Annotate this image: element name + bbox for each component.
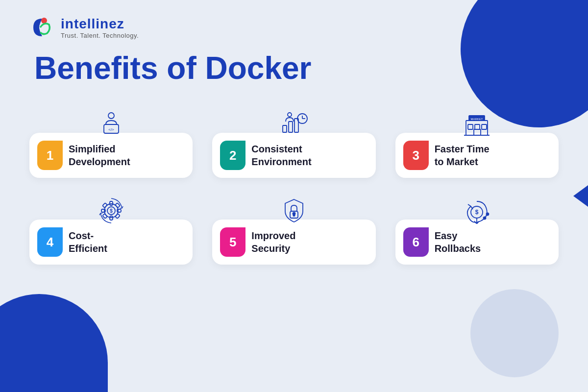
svg-rect-29	[115, 203, 120, 208]
label-1: Simplified Development	[69, 143, 130, 168]
icon-environment	[280, 111, 308, 139]
benefit-card-2: 2 Consistent Environment	[212, 133, 375, 178]
benefit-inner-1: 1 Simplified Development	[37, 141, 183, 170]
logo-tagline: Trust. Talent. Technology.	[61, 32, 139, 39]
svg-text:MARKET: MARKET	[471, 118, 483, 121]
svg-point-1	[108, 113, 114, 119]
logo-name: intellinez	[61, 16, 139, 32]
benefit-card-4: $ 4 Cost- Efficient	[29, 220, 193, 265]
svg-text:$: $	[110, 208, 113, 214]
label-4: Cost- Efficient	[69, 229, 107, 255]
logo-icon	[29, 15, 55, 40]
badge-2: 2	[220, 141, 245, 170]
svg-point-38	[487, 213, 489, 216]
svg-rect-17	[482, 124, 487, 129]
icon-developer: </>	[98, 111, 124, 139]
icon-market: MARKET	[462, 111, 491, 139]
benefits-grid: </> 1 Simplified Development	[29, 106, 559, 265]
svg-rect-23	[110, 216, 113, 220]
badge-5: 5	[220, 227, 245, 257]
badge-3: 3	[403, 141, 429, 170]
svg-rect-33	[293, 214, 294, 216]
benefit-card-5: 5 Improved Security	[212, 220, 375, 265]
logo-area: intellinez Trust. Talent. Technology.	[29, 15, 559, 40]
svg-rect-26	[102, 203, 107, 208]
bg-decoration-bottom-left	[0, 294, 108, 392]
svg-point-10	[288, 113, 292, 117]
main-title: Benefits of Docker	[34, 50, 559, 86]
benefit-card-3: MARKET 3 Faster Time to Market	[395, 133, 559, 178]
svg-rect-4	[283, 125, 287, 132]
svg-point-0	[41, 18, 47, 24]
svg-rect-22	[110, 201, 113, 205]
label-3: Faster Time to Market	[435, 143, 490, 168]
logo-text: intellinez Trust. Talent. Technology.	[61, 16, 139, 39]
svg-rect-5	[289, 122, 293, 132]
benefit-inner-3: 3 Faster Time to Market	[403, 141, 549, 170]
icon-security	[281, 197, 307, 226]
label-6: Easy Rollbacks	[435, 229, 481, 255]
svg-rect-27	[115, 214, 120, 219]
benefit-card-1: </> 1 Simplified Development	[29, 133, 193, 178]
icon-cost: $	[98, 197, 125, 226]
badge-6: 6	[403, 227, 429, 257]
benefit-card-6: $ 6 Easy Rollbacks	[395, 220, 559, 265]
benefit-inner-2: 2 Consistent Environment	[220, 141, 366, 170]
icon-rollback: $	[463, 197, 490, 226]
svg-rect-16	[475, 124, 480, 129]
label-5: Improved Security	[251, 229, 295, 255]
badge-4: 4	[37, 227, 63, 257]
benefit-inner-5: 5 Improved Security	[220, 227, 366, 257]
svg-rect-18	[474, 129, 481, 135]
benefit-inner-4: 4 Cost- Efficient	[37, 227, 183, 257]
arrow-decoration	[573, 185, 588, 207]
svg-point-37	[484, 217, 486, 220]
badge-1: 1	[37, 141, 63, 170]
svg-rect-11	[466, 121, 488, 135]
svg-text:$: $	[475, 209, 479, 216]
label-2: Consistent Environment	[251, 143, 311, 168]
benefit-inner-6: 6 Easy Rollbacks	[403, 227, 549, 257]
svg-text:</>: </>	[108, 127, 114, 132]
svg-rect-15	[468, 124, 473, 129]
svg-rect-28	[102, 214, 107, 219]
bg-decoration-bottom-right	[470, 289, 559, 377]
